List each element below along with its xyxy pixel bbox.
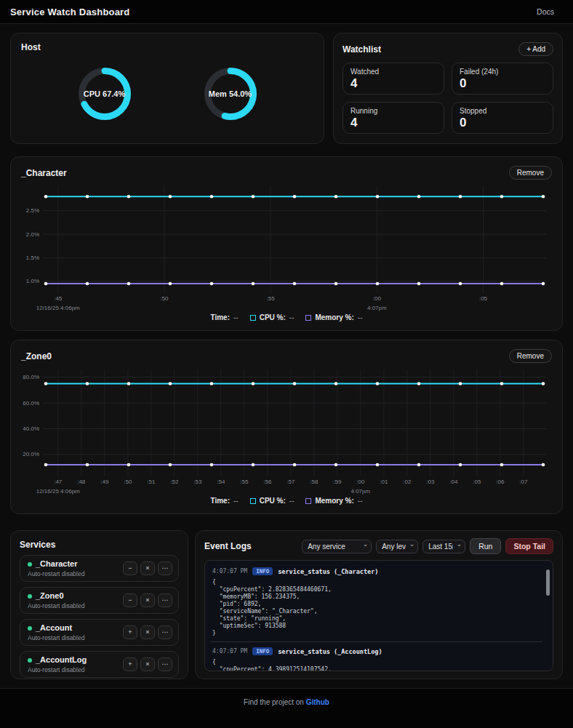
legend-cpu[interactable]: CPU %: -- <box>250 313 294 321</box>
service-filter-select[interactable]: Any service <box>302 540 372 553</box>
legend-memory[interactable]: Memory %: -- <box>305 497 362 505</box>
stop-service-button[interactable]: − <box>123 593 137 607</box>
svg-text:4:07pm: 4:07pm <box>350 488 370 495</box>
svg-text::47: :47 <box>54 479 63 485</box>
status-dot-icon <box>28 562 32 567</box>
svg-text::51: :51 <box>147 479 156 485</box>
legend-cpu[interactable]: CPU %: -- <box>250 497 294 505</box>
log-timestamp: 4:07:07 PM <box>212 568 247 575</box>
svg-text::52: :52 <box>170 479 179 485</box>
svg-text::50: :50 <box>160 295 169 302</box>
github-link[interactable]: Github <box>306 698 329 706</box>
event-logs-header: Event Logs Any service ⌄ Any level ⌄ Las… <box>204 538 553 554</box>
svg-text::50: :50 <box>124 479 132 485</box>
svg-text::48: :48 <box>77 479 86 485</box>
log-level-badge: INFO <box>252 647 273 655</box>
stat-label: Watched <box>350 68 436 76</box>
svg-text::07: :07 <box>519 479 528 485</box>
stat-failed: Failed (24h) 0 <box>452 63 553 95</box>
start-service-button[interactable]: + <box>123 657 137 671</box>
status-dot-icon <box>28 658 32 663</box>
remove-service-button[interactable]: × <box>140 625 155 639</box>
legend-time: Time: -- <box>211 313 239 321</box>
remove-service-button[interactable]: × <box>140 561 155 575</box>
stat-value: 0 <box>460 76 545 91</box>
log-message: service_status (_Character) <box>278 568 378 575</box>
memory-legend-swatch-icon <box>305 498 311 504</box>
log-entry: 4:07:07 PM INFO service_status (_Charact… <box>212 567 542 637</box>
status-dot-icon <box>28 626 32 631</box>
svg-text:2.0%: 2.0% <box>26 231 39 238</box>
svg-text::02: :02 <box>403 479 412 485</box>
run-button[interactable]: Run <box>470 538 501 554</box>
service-row-account: _Account Auto-restart disabled + × ⋯ <box>20 619 179 646</box>
more-options-button[interactable]: ⋯ <box>158 593 172 607</box>
add-watch-button[interactable]: + Add <box>518 42 553 56</box>
more-options-button[interactable]: ⋯ <box>158 561 172 575</box>
service-subtext: Auto-restart disabled <box>28 634 84 642</box>
chart-legend: Time: -- CPU %: -- Memory %: -- <box>21 313 552 321</box>
stat-value: 4 <box>350 116 436 130</box>
log-json-body: { "cpuPercent": 4.398912514107542, "memo… <box>212 659 542 671</box>
host-card-title: Host <box>21 42 313 52</box>
service-row-zone0: _Zone0 Auto-restart disabled − × ⋯ <box>20 587 179 614</box>
stat-label: Stopped <box>460 107 545 115</box>
line-chart: 80.0%60.0%40.0%20.0%:47:48:49:50:51:52:5… <box>21 367 553 496</box>
remove-chart-button[interactable]: Remove <box>509 349 552 363</box>
service-row-character: _Character Auto-restart disabled − × ⋯ <box>20 555 179 582</box>
watchlist-title: Watchlist <box>342 44 381 55</box>
time-range-select[interactable]: Last 15m <box>422 540 465 553</box>
svg-text:80.0%: 80.0% <box>23 374 39 380</box>
service-subtext: Auto-restart disabled <box>28 666 87 674</box>
svg-text::54: :54 <box>217 479 225 485</box>
watchlist-card: Watchlist + Add Watched 4 Failed (24h) 0… <box>333 33 563 144</box>
service-name: _Character <box>36 559 77 569</box>
host-card: Host CPU 67.4% Mem 54.0% <box>10 33 324 144</box>
legend-memory[interactable]: Memory %: -- <box>305 313 362 321</box>
service-subtext: Auto-restart disabled <box>28 602 84 610</box>
svg-text::58: :58 <box>310 479 318 485</box>
stop-service-button[interactable]: − <box>123 561 137 575</box>
cpu-legend-swatch-icon <box>250 315 256 321</box>
stat-stopped: Stopped 0 <box>452 102 553 134</box>
memory-legend-swatch-icon <box>305 315 311 321</box>
svg-text:40.0%: 40.0% <box>23 425 39 432</box>
event-logs-card: Event Logs Any service ⌄ Any level ⌄ Las… <box>195 530 563 679</box>
cpu-gauge-label: CPU 67.4% <box>79 68 131 120</box>
start-service-button[interactable]: + <box>123 625 137 639</box>
level-filter[interactable]: Any level ⌄ <box>376 540 418 553</box>
svg-text::06: :06 <box>496 479 505 485</box>
docs-link[interactable]: Docs <box>537 7 554 16</box>
svg-text:1.5%: 1.5% <box>26 255 39 261</box>
service-filter[interactable]: Any service ⌄ <box>302 540 372 553</box>
svg-text::56: :56 <box>263 479 272 485</box>
stat-value: 4 <box>350 76 436 91</box>
stat-running: Running 4 <box>342 102 444 134</box>
svg-text::05: :05 <box>479 295 488 302</box>
stop-tail-button[interactable]: Stop Tail <box>505 538 553 554</box>
svg-text::04: :04 <box>449 479 458 485</box>
level-filter-select[interactable]: Any level <box>376 540 418 553</box>
top-bar: Service Watch Dashboard Docs <box>0 0 573 24</box>
svg-text::53: :53 <box>193 479 202 485</box>
more-options-button[interactable]: ⋯ <box>158 657 172 671</box>
svg-text::45: :45 <box>54 295 63 302</box>
top-row: Host CPU 67.4% Mem 54.0% Watchlist + Add <box>10 33 563 144</box>
remove-service-button[interactable]: × <box>140 593 155 607</box>
svg-text:2.5%: 2.5% <box>26 207 39 214</box>
log-output[interactable]: 4:07:07 PM INFO service_status (_Charact… <box>204 560 553 671</box>
svg-text::01: :01 <box>380 479 388 485</box>
remove-chart-button[interactable]: Remove <box>509 166 552 180</box>
time-range-filter[interactable]: Last 15m ⌄ <box>422 540 465 553</box>
service-name: _Account <box>36 623 72 633</box>
svg-text::05: :05 <box>473 479 481 485</box>
stat-watched: Watched 4 <box>342 63 444 95</box>
svg-text:4:07pm: 4:07pm <box>367 305 387 311</box>
svg-text:12/16/25 4:06pm: 12/16/25 4:06pm <box>36 305 80 311</box>
remove-service-button[interactable]: × <box>140 657 155 671</box>
svg-text::57: :57 <box>286 479 295 485</box>
mem-gauge: Mem 54.0% <box>204 68 257 120</box>
more-options-button[interactable]: ⋯ <box>158 625 172 639</box>
scrollbar-thumb[interactable] <box>546 569 550 596</box>
bottom-row: Services _Character Auto-restart disable… <box>10 530 563 679</box>
